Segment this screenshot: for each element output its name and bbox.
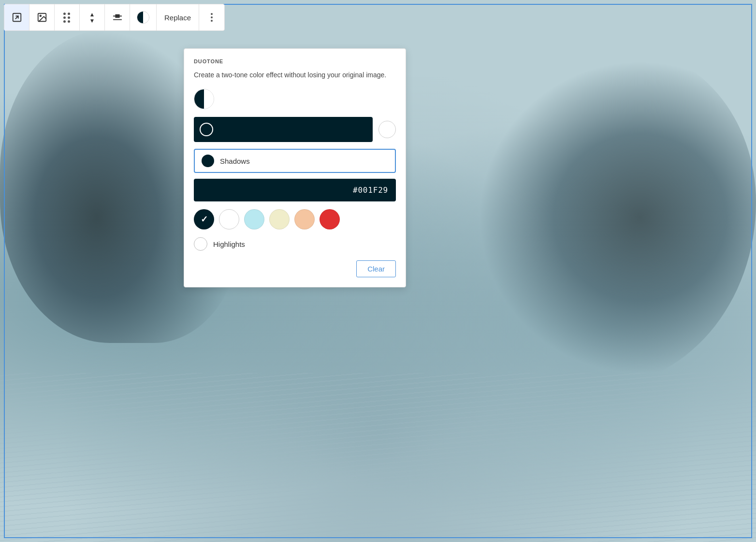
duotone-description: Create a two-tone color effect without l… bbox=[194, 70, 396, 80]
color-swatches-row bbox=[194, 209, 396, 229]
duotone-popover: DUOTONE Create a two-tone color effect w… bbox=[184, 48, 406, 287]
image-icon bbox=[37, 12, 47, 23]
drag-icon bbox=[63, 13, 71, 23]
swatch-red[interactable] bbox=[320, 209, 340, 229]
svg-rect-4 bbox=[115, 14, 119, 18]
highlights-row[interactable]: Highlights bbox=[194, 237, 396, 251]
swatch-lightyellow[interactable] bbox=[269, 209, 290, 229]
duotone-icon bbox=[137, 11, 149, 24]
align-button[interactable] bbox=[105, 4, 130, 30]
image-link-icon bbox=[12, 12, 22, 23]
hex-value-row[interactable]: #001F29 bbox=[194, 179, 396, 201]
highlights-label: Highlights bbox=[213, 240, 245, 248]
swatch-dark[interactable] bbox=[194, 209, 214, 229]
highlights-color-dot bbox=[194, 237, 207, 251]
align-icon bbox=[112, 12, 123, 23]
clear-row: Clear bbox=[194, 260, 396, 277]
image-link-button[interactable] bbox=[4, 4, 29, 30]
image-button[interactable] bbox=[29, 4, 55, 30]
drag-button[interactable] bbox=[55, 4, 80, 30]
clear-button[interactable]: Clear bbox=[356, 260, 396, 277]
swatch-white[interactable] bbox=[219, 209, 239, 229]
water-ripples bbox=[0, 373, 756, 542]
arrows-icon: ▲ ▼ bbox=[89, 12, 95, 24]
hex-display: #001F29 bbox=[353, 185, 388, 195]
image-toolbar: ▲ ▼ Replace bbox=[4, 4, 225, 31]
more-options-button[interactable] bbox=[199, 4, 224, 30]
svg-point-2 bbox=[40, 15, 41, 16]
color-bar-end-circle[interactable] bbox=[378, 121, 396, 138]
shadow-color-dot bbox=[202, 155, 214, 167]
color-bar-handle[interactable] bbox=[200, 123, 213, 136]
duotone-title: DUOTONE bbox=[194, 58, 396, 64]
color-gradient-bar[interactable] bbox=[194, 117, 373, 142]
shadows-label: Shadows bbox=[220, 157, 250, 165]
duotone-button[interactable] bbox=[130, 4, 157, 30]
arrows-button[interactable]: ▲ ▼ bbox=[80, 4, 105, 30]
replace-label: Replace bbox=[164, 14, 191, 22]
duotone-half-dark bbox=[194, 89, 204, 109]
replace-button[interactable]: Replace bbox=[157, 4, 199, 30]
shadows-row[interactable]: Shadows bbox=[194, 149, 396, 173]
swatch-peach[interactable] bbox=[294, 209, 315, 229]
color-bar-row bbox=[194, 117, 396, 142]
duotone-preview[interactable] bbox=[194, 89, 214, 109]
more-icon bbox=[211, 13, 213, 22]
swatch-lightblue[interactable] bbox=[244, 209, 264, 229]
